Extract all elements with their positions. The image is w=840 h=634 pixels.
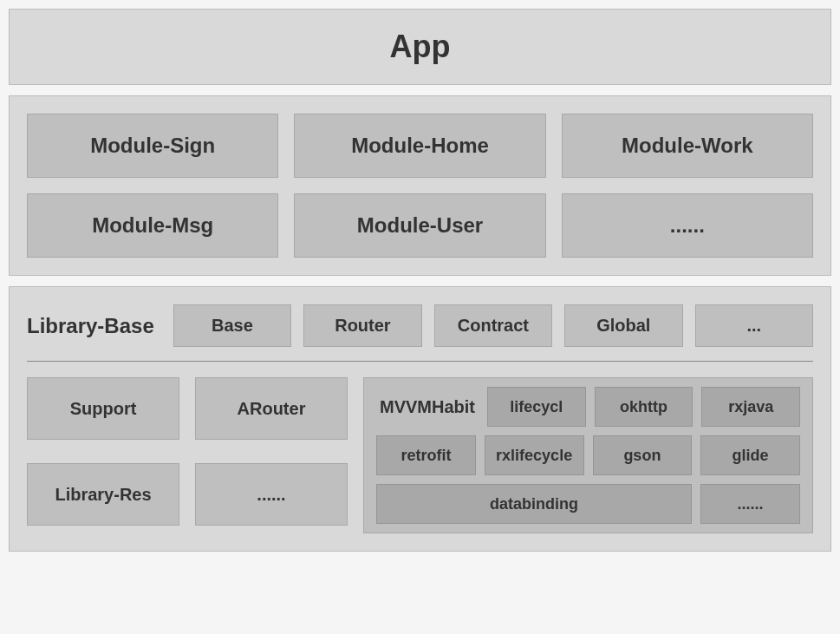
mvvm-rxlifecycle: rxlifecycle <box>485 435 584 475</box>
lib-base: Base <box>173 304 291 347</box>
modules-layer: Module-Sign Module-Home Module-Work Modu… <box>9 95 831 276</box>
module-sign: Module-Sign <box>27 114 278 178</box>
mvvm-more: ...... <box>700 484 800 524</box>
mvvm-habit-label: MVVMHabit <box>376 387 479 427</box>
lib-support: Support <box>27 377 179 440</box>
library-base-label: Library-Base <box>27 314 161 338</box>
lib-arouter: ARouter <box>195 377 348 440</box>
lib-router: Router <box>303 304 421 347</box>
module-home: Module-Home <box>294 114 545 178</box>
module-work: Module-Work <box>562 114 813 178</box>
mvvm-retrofit: retrofit <box>376 435 476 475</box>
mvvm-row-3: databinding ...... <box>376 484 800 524</box>
mvvm-databinding: databinding <box>376 484 692 524</box>
lib-more: ... <box>695 304 813 347</box>
mvvm-row-2: retrofit rxlifecycle gson glide <box>376 435 800 475</box>
app-title: App <box>27 29 813 65</box>
mvvm-glide: glide <box>700 435 800 475</box>
module-msg: Module-Msg <box>27 193 278 258</box>
lib-contract: Contract <box>434 304 552 347</box>
lib-left-more: ...... <box>195 463 348 526</box>
module-more: ...... <box>562 193 813 258</box>
lib-global: Global <box>564 304 682 347</box>
mvvm-lifecycle: lifecycl <box>487 387 586 427</box>
mvvm-rxjava: rxjava <box>701 387 800 427</box>
mvvm-gson: gson <box>593 435 693 475</box>
library-bottom: Support ARouter Library-Res ...... MVVMH… <box>27 377 813 533</box>
mvvm-okhttp: okhttp <box>595 387 693 427</box>
mvvm-habit-container: MVVMHabit lifecycl okhttp rxjava retrofi… <box>363 377 813 533</box>
library-left-grid: Support ARouter Library-Res ...... <box>27 377 348 533</box>
module-user: Module-User <box>294 193 545 258</box>
library-base-row: Library-Base Base Router Contract Global… <box>27 304 813 347</box>
library-layer: Library-Base Base Router Contract Global… <box>9 286 831 552</box>
modules-grid: Module-Sign Module-Home Module-Work Modu… <box>27 114 813 258</box>
divider <box>27 361 813 362</box>
mvvm-row-1: MVVMHabit lifecycl okhttp rxjava <box>376 387 800 427</box>
app-layer: App <box>9 9 831 85</box>
lib-res: Library-Res <box>27 463 179 526</box>
